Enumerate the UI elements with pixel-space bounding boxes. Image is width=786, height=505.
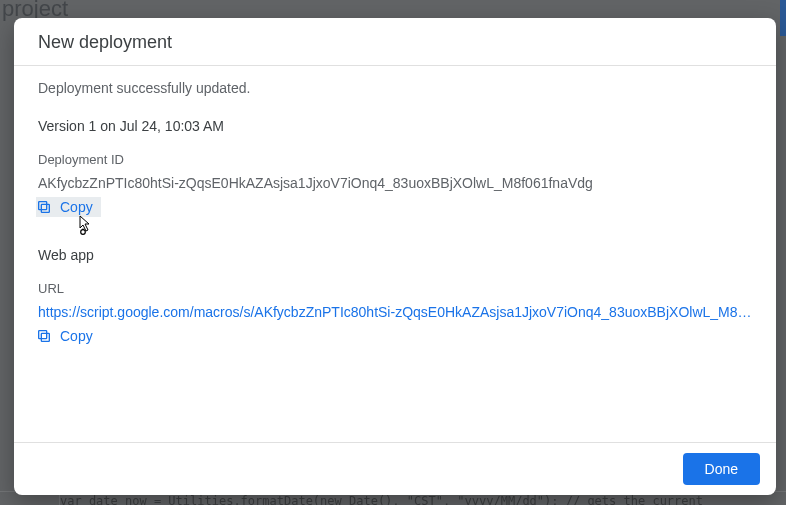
copy-icon <box>36 328 52 344</box>
copy-url-button[interactable]: Copy <box>36 326 97 346</box>
dialog-body: Deployment successfully updated. Version… <box>14 66 776 442</box>
success-message: Deployment successfully updated. <box>38 80 752 96</box>
web-app-heading: Web app <box>38 247 752 263</box>
svg-rect-2 <box>41 333 49 341</box>
copy-deployment-id-button[interactable]: Copy <box>36 197 101 217</box>
svg-rect-3 <box>39 331 47 339</box>
web-app-url[interactable]: https://script.google.com/macros/s/AKfyc… <box>38 304 752 320</box>
svg-rect-1 <box>39 202 47 210</box>
dialog-header: New deployment <box>14 18 776 66</box>
version-line: Version 1 on Jul 24, 10:03 AM <box>38 118 752 134</box>
dialog-footer: Done <box>14 442 776 495</box>
done-button[interactable]: Done <box>683 453 760 485</box>
deployment-id-value: AKfycbzZnPTIc80htSi-zQqsE0HkAZAsjsa1Jjxo… <box>38 175 752 191</box>
svg-rect-0 <box>41 204 49 212</box>
copy-url-label: Copy <box>60 328 93 344</box>
copy-icon <box>36 199 52 215</box>
url-label: URL <box>38 281 752 296</box>
deployment-id-label: Deployment ID <box>38 152 752 167</box>
dialog-title: New deployment <box>38 32 752 53</box>
deployment-dialog: New deployment Deployment successfully u… <box>14 18 776 495</box>
copy-deployment-id-label: Copy <box>60 199 93 215</box>
